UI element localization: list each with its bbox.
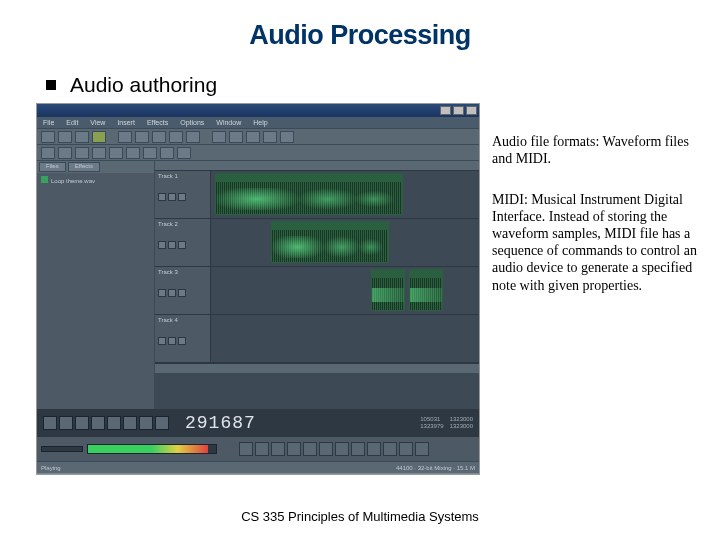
panel-tab-files[interactable]: Files [39, 162, 66, 172]
pause-button[interactable] [75, 416, 89, 430]
zoom-button[interactable] [399, 442, 413, 456]
toolbar-button[interactable] [212, 131, 226, 143]
menu-item[interactable]: Help [253, 119, 267, 126]
record-button[interactable] [178, 337, 186, 345]
audio-clip[interactable] [409, 269, 443, 311]
audio-clip[interactable] [371, 269, 405, 311]
zoom-button[interactable] [255, 442, 269, 456]
stop-button[interactable] [43, 416, 57, 430]
horizontal-scrollbar[interactable] [155, 363, 479, 373]
menu-item[interactable]: Window [216, 119, 241, 126]
audio-file-icon [41, 176, 48, 183]
toolbar-button[interactable] [92, 131, 106, 143]
zoom-button[interactable] [351, 442, 365, 456]
toolbar-button[interactable] [263, 131, 277, 143]
minimize-icon[interactable] [440, 106, 451, 115]
toolbar-button[interactable] [118, 131, 132, 143]
mute-button[interactable] [158, 241, 166, 249]
track-label: Track 2 [158, 221, 178, 227]
forward-button[interactable] [123, 416, 137, 430]
toolbar-button[interactable] [280, 131, 294, 143]
track-header[interactable]: Track 1 [155, 171, 211, 218]
zoom-button[interactable] [303, 442, 317, 456]
zoom-button[interactable] [287, 442, 301, 456]
toolbar-button[interactable] [58, 131, 72, 143]
close-icon[interactable] [466, 106, 477, 115]
record-button[interactable] [155, 416, 169, 430]
toolbar-button[interactable] [152, 131, 166, 143]
file-name: Loop theme.wav [51, 178, 95, 184]
play-button[interactable] [59, 416, 73, 430]
toolbar-button[interactable] [75, 147, 89, 159]
toolbar-button[interactable] [229, 131, 243, 143]
selection-panel: 105031 1323979 1323000 1323000 [420, 416, 473, 430]
next-button[interactable] [139, 416, 153, 430]
mute-button[interactable] [158, 193, 166, 201]
track-label: Track 4 [158, 317, 178, 323]
prev-button[interactable] [91, 416, 105, 430]
list-item[interactable]: Loop theme.wav [41, 176, 150, 185]
toolbar-button[interactable] [160, 147, 174, 159]
zoom-button[interactable] [271, 442, 285, 456]
sel-end-value: 1323979 [420, 423, 443, 429]
solo-button[interactable] [168, 193, 176, 201]
sel-length-value: 1323000 [450, 416, 473, 422]
maximize-icon[interactable] [453, 106, 464, 115]
record-button[interactable] [178, 193, 186, 201]
solo-button[interactable] [168, 289, 176, 297]
mute-button[interactable] [158, 337, 166, 345]
solo-button[interactable] [168, 241, 176, 249]
zoom-button[interactable] [239, 442, 253, 456]
menu-item[interactable]: Edit [66, 119, 78, 126]
audio-clip[interactable] [271, 221, 389, 263]
toolbar-button[interactable] [169, 131, 183, 143]
toolbar-button[interactable] [177, 147, 191, 159]
time-ruler[interactable] [155, 161, 479, 171]
level-meter [87, 444, 217, 454]
menu-item[interactable]: View [90, 119, 105, 126]
zoom-button[interactable] [335, 442, 349, 456]
zoom-button[interactable] [383, 442, 397, 456]
menu-item[interactable]: Options [180, 119, 204, 126]
clip-header [372, 270, 404, 278]
track-lane[interactable] [211, 171, 479, 218]
track-header[interactable]: Track 2 [155, 219, 211, 266]
master-fader[interactable] [41, 446, 83, 452]
secondary-toolbar [37, 145, 479, 161]
toolbar-button[interactable] [41, 131, 55, 143]
toolbar-button[interactable] [75, 131, 89, 143]
solo-button[interactable] [168, 337, 176, 345]
record-button[interactable] [178, 241, 186, 249]
menu-item[interactable]: Insert [117, 119, 135, 126]
menu-item[interactable]: Effects [147, 119, 168, 126]
track-row: Track 2 [155, 219, 479, 267]
track-header[interactable]: Track 4 [155, 315, 211, 362]
zoom-button[interactable] [415, 442, 429, 456]
toolbar-button[interactable] [135, 131, 149, 143]
waveform-icon [272, 230, 388, 263]
toolbar-button[interactable] [109, 147, 123, 159]
toolbar-button[interactable] [246, 131, 260, 143]
toolbar-button[interactable] [92, 147, 106, 159]
record-button[interactable] [178, 289, 186, 297]
panel-tabs: Files Effects [37, 161, 154, 173]
toolbar-button[interactable] [143, 147, 157, 159]
menu-item[interactable]: File [43, 119, 54, 126]
toolbar-button[interactable] [58, 147, 72, 159]
track-label: Track 3 [158, 269, 178, 275]
zoom-button[interactable] [319, 442, 333, 456]
track-header[interactable]: Track 3 [155, 267, 211, 314]
rewind-button[interactable] [107, 416, 121, 430]
panel-tab-effects[interactable]: Effects [68, 162, 100, 172]
track-lane[interactable] [211, 315, 479, 362]
toolbar-button[interactable] [41, 147, 55, 159]
track-lane[interactable] [211, 219, 479, 266]
toolbar-button[interactable] [186, 131, 200, 143]
mute-button[interactable] [158, 289, 166, 297]
track-lane[interactable] [211, 267, 479, 314]
status-text: Playing [41, 465, 61, 471]
window-titlebar [37, 104, 479, 117]
audio-clip[interactable] [215, 173, 403, 215]
toolbar-button[interactable] [126, 147, 140, 159]
zoom-button[interactable] [367, 442, 381, 456]
